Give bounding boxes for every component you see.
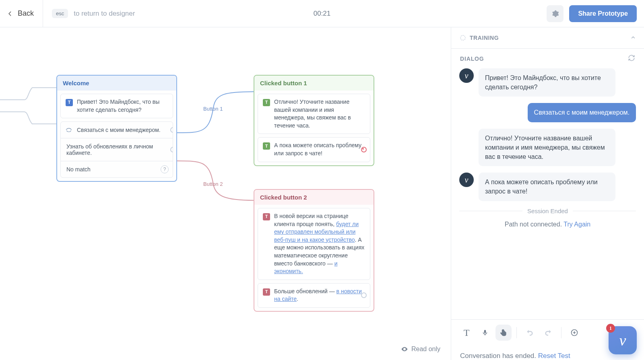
redo-icon — [544, 329, 552, 337]
bot-avatar: v — [459, 68, 474, 83]
step-text-block[interactable]: T Отлично! Уточните название вашей компа… — [258, 94, 370, 134]
back-label: Back — [18, 9, 34, 18]
reset-test-link[interactable]: Reset Test — [538, 352, 570, 360]
choice-list: Связаться с моим менеджером. Узнать об о… — [60, 121, 173, 178]
test-panel: TRAINING DIALOG v Привет! Это Майндбокс,… — [451, 27, 644, 360]
undo-icon — [526, 329, 534, 337]
step-text-block[interactable]: T А пока можете описать проблему или зап… — [258, 137, 370, 162]
help-icon[interactable]: ? — [161, 165, 169, 173]
node-welcome[interactable]: Welcome T Привет! Это Майндбокс, что вы … — [56, 75, 177, 182]
dialog-transcript: v Привет! Это Майндбокс, что вы хотите с… — [451, 68, 644, 232]
user-message: Связаться с моим менеджером. — [459, 103, 636, 122]
bot-message: v Привет! Это Майндбокс, что вы хотите с… — [459, 68, 636, 97]
step-text: Больше обновлений — в новости на сайте. — [274, 288, 365, 303]
refresh-button[interactable] — [628, 54, 635, 63]
step-text: В новой версии на странице клиента проще… — [274, 212, 365, 276]
text-input-mode[interactable]: T — [458, 325, 475, 341]
edge-label-button-2: Button 2 — [203, 181, 223, 187]
back-button[interactable]: Back — [7, 0, 43, 27]
esc-key-badge: esc — [52, 9, 68, 18]
choice-text: Связаться с моим менеджером. — [77, 127, 161, 133]
timer-display: 00:21 — [314, 10, 331, 18]
message-bubble: А пока можете описать проблему или запро… — [479, 173, 615, 201]
node-title: Clicked button 2 — [254, 190, 374, 205]
try-again-link[interactable]: Try Again — [564, 221, 590, 228]
step-text-block[interactable]: T В новой версии на странице клиента про… — [258, 208, 370, 280]
eye-icon — [401, 346, 408, 353]
step-text: Отлично! Уточните название вашей компани… — [274, 98, 365, 130]
chevron-left-icon — [7, 11, 13, 16]
button-input-mode[interactable] — [495, 325, 512, 341]
flow-canvas[interactable]: Button 1 Button 2 Welcome T Привет! Это … — [0, 27, 451, 360]
return-hint: to return to designer — [74, 10, 135, 18]
read-only-indicator: Read only — [401, 346, 440, 353]
plus-circle-icon — [570, 329, 578, 337]
training-label: TRAINING — [470, 35, 499, 41]
add-button[interactable] — [566, 325, 582, 341]
node-clicked-button-1[interactable]: Clicked button 1 T Отлично! Уточните наз… — [254, 75, 374, 166]
text-step-icon: T — [263, 213, 270, 220]
settings-button[interactable] — [547, 5, 564, 22]
text-step-icon: T — [263, 288, 270, 296]
dialog-section-header: DIALOG — [451, 49, 644, 68]
redo-button[interactable] — [540, 325, 556, 341]
assistant-fab[interactable]: v 1 — [609, 326, 637, 354]
voice-input-mode[interactable] — [477, 325, 493, 341]
node-title: Welcome — [57, 76, 176, 91]
session-ended-divider: Session Ended — [459, 208, 636, 214]
bot-avatar: v — [459, 173, 474, 187]
choice-row[interactable]: Узнать об обновлениях в личном кабинете. — [61, 138, 173, 161]
end-port[interactable] — [361, 147, 367, 152]
fab-badge: 1 — [606, 324, 615, 333]
microphone-icon — [481, 329, 489, 336]
choice-text: Узнать об обновлениях в личном кабинете. — [66, 143, 153, 156]
gear-icon — [551, 10, 559, 18]
tap-icon — [500, 329, 508, 337]
edge-label-button-1: Button 1 — [203, 106, 223, 112]
choice-row-nomatch[interactable]: No match ? — [61, 161, 173, 177]
message-bubble: Привет! Это Майндбокс, что вы хотите сде… — [479, 68, 615, 97]
loading-icon — [460, 35, 466, 41]
message-bubble: Отлично! Уточните название вашей компани… — [479, 129, 615, 167]
text-step-icon: T — [263, 99, 270, 106]
bot-message: Отлично! Уточните название вашей компани… — [459, 129, 636, 167]
dialog-label: DIALOG — [460, 56, 484, 62]
text-step-icon: T — [66, 99, 73, 106]
message-bubble: Связаться с моим менеджером. — [528, 103, 636, 122]
choice-text: No match — [66, 166, 91, 173]
choice-row[interactable]: Связаться с моим менеджером. — [61, 122, 173, 138]
step-text: Привет! Это Майндбокс, что вы хотите сде… — [77, 98, 168, 114]
text-step-icon: T — [263, 142, 270, 150]
top-bar: Back esc to return to designer 00:21 Sha… — [0, 0, 644, 27]
node-clicked-button-2[interactable]: Clicked button 2 T В новой версии на стр… — [254, 189, 374, 312]
undo-button[interactable] — [522, 325, 538, 341]
path-status: Path not connected. Try Again — [459, 221, 636, 228]
output-port[interactable] — [361, 292, 367, 298]
step-text: А пока можете описать проблему или запро… — [274, 142, 365, 157]
bot-message: v А пока можете описать проблему или зап… — [459, 173, 636, 201]
chevron-up-icon[interactable] — [630, 35, 636, 41]
output-port[interactable] — [170, 127, 173, 133]
step-prompt[interactable]: T Привет! Это Майндбокс, что вы хотите с… — [60, 94, 173, 118]
training-section-header[interactable]: TRAINING — [451, 27, 644, 49]
speak-icon — [66, 127, 72, 134]
node-title: Clicked button 1 — [254, 76, 374, 91]
share-prototype-button[interactable]: Share Prototype — [569, 5, 637, 22]
output-port[interactable] — [170, 147, 173, 152]
step-text-block[interactable]: T Больше обновлений — в новости на сайте… — [258, 283, 370, 308]
